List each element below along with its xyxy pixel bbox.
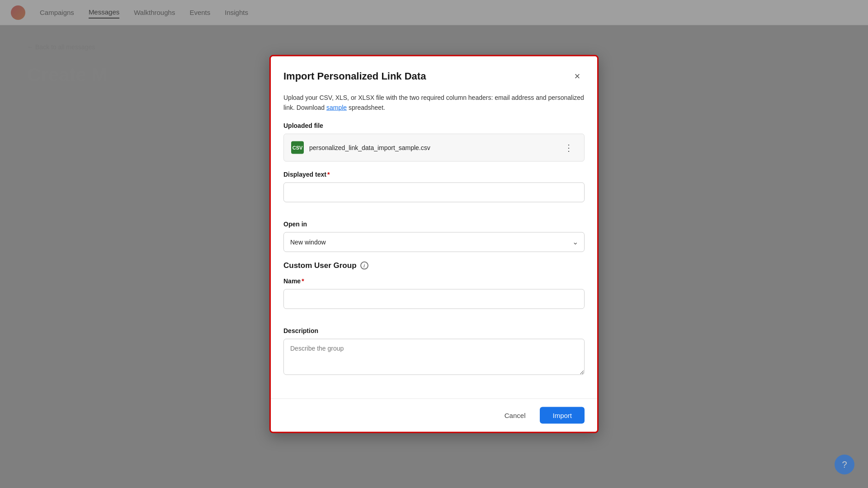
dialog-body: Upload your CSV, XLS, or XLSX file with … <box>271 93 597 399</box>
displayed-text-group: Displayed text* <box>283 170 585 211</box>
dialog-header: Import Personalized Link Data × <box>271 56 597 93</box>
file-name: personalized_link_data_import_sample.csv <box>309 144 430 151</box>
close-button[interactable]: × <box>570 69 585 84</box>
open-in-group: Open in New window Same window ⌄ <box>283 220 585 252</box>
import-button[interactable]: Import <box>540 407 585 423</box>
file-row: CSV personalized_link_data_import_sample… <box>283 133 585 161</box>
sample-link[interactable]: sample <box>326 104 347 111</box>
description-text: Upload your CSV, XLS, or XLSX file with … <box>283 93 585 113</box>
name-group: Name* <box>283 277 585 318</box>
open-in-select[interactable]: New window Same window <box>283 232 585 252</box>
dialog-footer: Cancel Import <box>271 398 597 432</box>
description-textarea[interactable] <box>283 338 585 375</box>
file-info: CSV personalized_link_data_import_sample… <box>291 141 430 154</box>
file-type-icon: CSV <box>291 141 304 154</box>
custom-user-group-title: Custom User Group i <box>283 261 585 270</box>
open-in-label: Open in <box>283 220 585 227</box>
name-label: Name* <box>283 277 585 284</box>
import-dialog: Import Personalized Link Data × Upload y… <box>269 55 599 433</box>
cancel-button[interactable]: Cancel <box>496 407 534 423</box>
description-label: Description <box>283 327 585 334</box>
dialog-title: Import Personalized Link Data <box>283 70 426 82</box>
displayed-text-label: Displayed text* <box>283 170 585 178</box>
uploaded-file-section: Uploaded file CSV personalized_link_data… <box>283 122 585 161</box>
file-options-button[interactable]: ⋮ <box>561 140 577 155</box>
displayed-text-input[interactable] <box>283 182 585 202</box>
required-star: * <box>327 170 330 178</box>
info-icon[interactable]: i <box>360 261 368 269</box>
help-button[interactable]: ? <box>835 455 854 474</box>
uploaded-file-label: Uploaded file <box>283 122 585 129</box>
open-in-select-wrapper: New window Same window ⌄ <box>283 232 585 252</box>
description-group: Description <box>283 327 585 376</box>
name-required-star: * <box>302 277 304 284</box>
name-input[interactable] <box>283 289 585 309</box>
